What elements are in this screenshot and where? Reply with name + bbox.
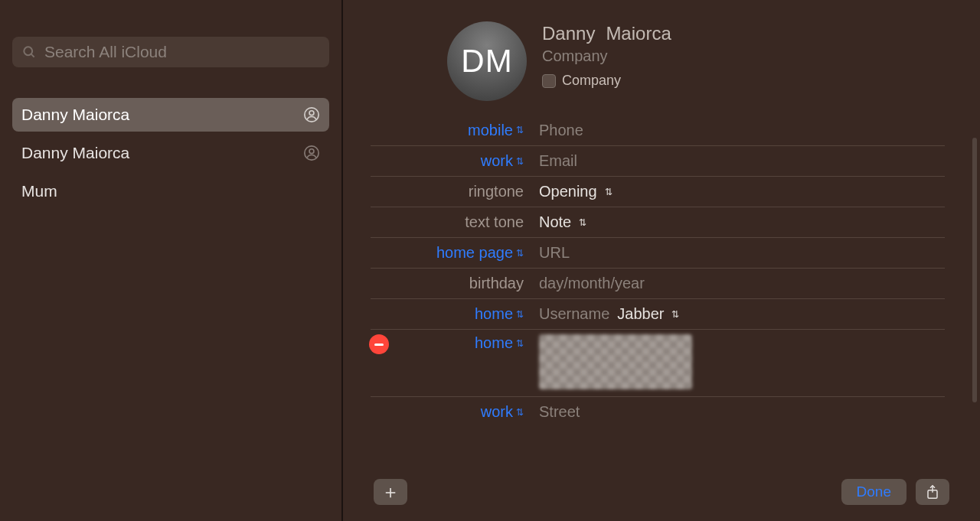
delete-row-button[interactable] <box>369 334 389 354</box>
street-input[interactable]: Street <box>539 403 580 421</box>
field-label: text tone <box>465 213 524 231</box>
field-row-social: home⇅ Username Jabber⇅ <box>371 298 945 329</box>
add-button[interactable]: ＋ <box>374 479 407 505</box>
username-input[interactable]: Username <box>539 305 609 323</box>
phone-input[interactable]: Phone <box>539 122 583 139</box>
search-field[interactable] <box>12 37 329 67</box>
svg-point-5 <box>309 149 314 154</box>
chevron-updown-icon: ⇅ <box>516 339 524 348</box>
texttone-select[interactable]: Note <box>539 213 571 231</box>
company-checkbox-label: Company <box>562 73 621 89</box>
svg-point-0 <box>24 47 32 55</box>
chevron-updown-icon: ⇅ <box>579 218 586 227</box>
field-row-address-work: work⇅ Street <box>371 396 945 427</box>
chevron-updown-icon: ⇅ <box>516 125 524 135</box>
field-row-texttone: text tone Note⇅ <box>371 207 945 237</box>
contact-name: Danny Maiorca <box>21 106 129 124</box>
done-button[interactable]: Done <box>841 479 906 505</box>
field-label-dropdown[interactable]: home <box>475 334 513 352</box>
field-row-homepage: home page⇅ URL <box>371 237 945 268</box>
avatar-initials: DM <box>461 43 512 80</box>
chevron-updown-icon: ⇅ <box>516 249 524 258</box>
contact-name: Danny Maiorca <box>21 144 129 162</box>
field-label-dropdown[interactable]: home page <box>436 244 513 262</box>
contact-detail: DM Danny Maiorca Company Company mobile⇅… <box>343 0 980 521</box>
field-row-birthday: birthday day/month/year <box>371 268 945 298</box>
ringtone-select[interactable]: Opening <box>539 183 597 200</box>
field-label-dropdown[interactable]: work <box>481 403 513 421</box>
field-row-address-home: home⇅ <box>371 329 945 396</box>
contact-list-item[interactable]: Danny Maiorca <box>12 136 329 170</box>
birthday-input[interactable]: day/month/year <box>539 275 645 292</box>
search-input[interactable] <box>44 43 320 61</box>
contact-list-item[interactable]: Danny Maiorca <box>12 98 329 132</box>
contact-list: Danny Maiorca Danny Maiorca Mum <box>12 98 329 208</box>
last-name-field[interactable]: Maiorca <box>606 23 671 44</box>
chevron-updown-icon: ⇅ <box>516 310 524 319</box>
chevron-updown-icon: ⇅ <box>671 310 679 319</box>
field-label-dropdown[interactable]: mobile <box>468 122 513 139</box>
first-name-field[interactable]: Danny <box>542 23 595 44</box>
field-row-ringtone: ringtone Opening⇅ <box>371 176 945 207</box>
chevron-updown-icon: ⇅ <box>605 187 612 197</box>
field-label: ringtone <box>469 183 524 200</box>
bottom-toolbar: ＋ Done <box>343 474 980 521</box>
service-select[interactable]: Jabber <box>617 305 664 323</box>
field-row-email: work⇅ Email <box>371 145 945 176</box>
avatar[interactable]: DM <box>447 21 527 101</box>
email-input[interactable]: Email <box>539 152 577 170</box>
contact-list-item[interactable]: Mum <box>12 174 329 208</box>
scrollbar[interactable] <box>972 138 977 402</box>
field-label: birthday <box>469 275 524 292</box>
person-icon <box>303 145 320 161</box>
svg-point-3 <box>309 111 314 116</box>
share-button[interactable] <box>916 479 949 505</box>
share-icon <box>926 484 939 500</box>
contact-fields: mobile⇅ Phone work⇅ Email ringtone Openi… <box>343 115 980 474</box>
url-input[interactable]: URL <box>539 244 570 262</box>
address-redacted <box>539 334 692 389</box>
company-checkbox[interactable] <box>542 74 556 88</box>
company-field[interactable]: Company <box>542 47 671 65</box>
chevron-updown-icon: ⇅ <box>516 408 524 417</box>
person-icon <box>303 106 320 123</box>
company-checkbox-row[interactable]: Company <box>542 73 671 89</box>
contact-header: DM Danny Maiorca Company Company <box>343 0 980 115</box>
field-label-dropdown[interactable]: work <box>481 152 513 170</box>
chevron-updown-icon: ⇅ <box>516 157 524 166</box>
field-row-mobile: mobile⇅ Phone <box>371 115 945 145</box>
search-icon <box>21 44 37 60</box>
contacts-sidebar: Danny Maiorca Danny Maiorca Mum <box>0 0 343 521</box>
plus-icon: ＋ <box>381 480 400 504</box>
contact-name: Mum <box>21 182 57 200</box>
svg-line-1 <box>31 54 34 57</box>
field-label-dropdown[interactable]: home <box>475 305 513 323</box>
